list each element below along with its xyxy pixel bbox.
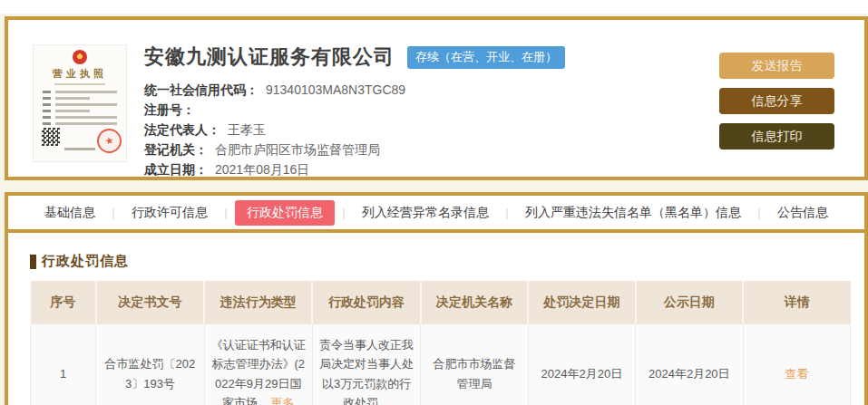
send-report-button[interactable]: 发送报告 — [719, 53, 834, 79]
col-decision-authority: 决定机关名称 — [421, 281, 528, 324]
penalty-table: 序号 决定书文号 违法行为类型 行政处罚内容 决定机关名称 处罚决定日期 公示日… — [30, 281, 851, 405]
field-establish-date: 成立日期： 2021年08月16日 — [144, 159, 565, 179]
page-top-strip — [0, 0, 868, 14]
col-penalty-content: 行政处罚内容 — [312, 281, 420, 324]
license-title: 营业执照 — [34, 67, 126, 81]
cell-decision-date: 2024年2月20日 — [528, 324, 635, 405]
info-print-button[interactable]: 信息打印 — [719, 123, 834, 149]
info-share-button[interactable]: 信息分享 — [719, 88, 834, 114]
field-registration-no: 注册号： — [144, 100, 565, 120]
action-button-group: 发送报告 信息分享 信息打印 — [719, 53, 834, 159]
company-info-block: 安徽九测认证服务有限公司 存续（在营、开业、在册） 统一社会信用代码： 9134… — [144, 43, 565, 179]
field-registration-authority: 登记机关： 合肥市庐阳区市场监督管理局 — [144, 140, 565, 159]
view-detail-link[interactable]: 查看 — [785, 367, 808, 381]
qr-code-icon — [42, 128, 60, 146]
section-title-marker-icon — [30, 255, 36, 269]
field-credit-code: 统一社会信用代码： 91340103MA8N3TGC89 — [144, 80, 565, 100]
license-divider — [54, 83, 105, 85]
company-summary-card: 营业执照 ★ 安徽九测认证服务有限公司 存续（在营、开业、在册） 统一社会信用代… — [5, 16, 868, 180]
penalty-section-header: 行政处罚信息 — [30, 253, 864, 270]
col-detail: 详情 — [743, 281, 850, 324]
tab-admin-license-info[interactable]: 行政许可信息 — [122, 201, 217, 225]
col-decision-doc-no: 决定书文号 — [96, 281, 204, 324]
cell-publish-date: 2024年2月20日 — [636, 324, 743, 405]
penalty-table-header-row: 序号 决定书文号 违法行为类型 行政处罚内容 决定机关名称 处罚决定日期 公示日… — [31, 281, 851, 324]
tab-serious-violation-blacklist[interactable]: 列入严重违法失信名单（黑名单）信息 — [516, 201, 750, 225]
cell-decision-doc-no: 合市监处罚〔2023〕193号 — [96, 324, 204, 405]
cell-decision-authority: 合肥市市场监督管理局 — [421, 324, 528, 405]
company-field-list: 统一社会信用代码： 91340103MA8N3TGC89 注册号： 法定代表人：… — [144, 80, 565, 179]
cell-violation-type: 《认证证书和认证标志管理办法》(2022年9月29日国家市场... 更多 — [204, 324, 312, 405]
national-emblem-icon — [73, 50, 87, 64]
more-link[interactable]: 更多 — [271, 396, 295, 405]
tab-abnormal-operation-list[interactable]: 列入经营异常名录信息 — [353, 201, 498, 225]
status-badge: 存续（在营、开业、在册） — [407, 46, 565, 69]
tab-admin-penalty-info[interactable]: 行政处罚信息 — [235, 200, 335, 226]
col-violation-type: 违法行为类型 — [204, 281, 312, 324]
penalty-table-row: 1 合市监处罚〔2023〕193号 《认证证书和认证标志管理办法》(2022年9… — [31, 324, 851, 405]
cell-penalty-content: 责令当事人改正我局决定对当事人处以3万元罚款的行政处罚。 — [312, 324, 420, 405]
cell-serial-no: 1 — [31, 324, 96, 405]
col-serial-no: 序号 — [31, 281, 96, 324]
company-name: 安徽九测认证服务有限公司 — [144, 43, 395, 71]
tab-announcement-info[interactable]: 公告信息 — [768, 201, 837, 225]
col-publish-date: 公示日期 — [636, 281, 743, 324]
penalty-section-title: 行政处罚信息 — [42, 253, 129, 270]
business-license-thumbnail: 营业执照 ★ — [34, 45, 126, 161]
tab-basic-info[interactable]: 基础信息 — [35, 201, 104, 225]
col-decision-date: 处罚决定日期 — [528, 281, 635, 324]
detail-card: 基础信息 | 行政许可信息 | 行政处罚信息 | 列入经营异常名录信息 | 列入… — [5, 192, 868, 405]
license-text-lines — [34, 91, 126, 125]
license-footer-line — [64, 148, 95, 150]
tab-bar: 基础信息 | 行政许可信息 | 行政处罚信息 | 列入经营异常名录信息 | 列入… — [8, 196, 864, 233]
red-seal-icon: ★ — [94, 126, 123, 155]
cell-detail: 查看 — [743, 324, 850, 405]
field-legal-representative: 法定代表人： 王孝玉 — [144, 120, 565, 140]
